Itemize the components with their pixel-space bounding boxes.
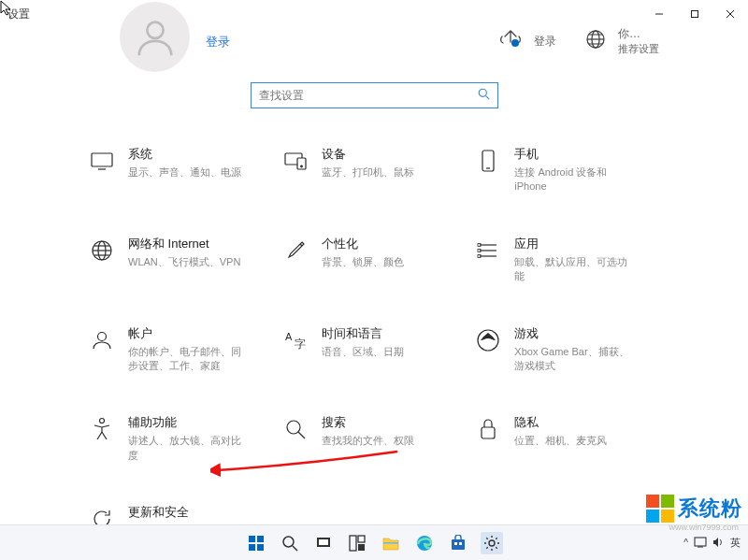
svg-line-45 <box>293 546 297 551</box>
svg-rect-13 <box>92 153 112 166</box>
svg-rect-1 <box>692 11 698 18</box>
svg-rect-41 <box>257 536 264 542</box>
search-input[interactable] <box>259 89 478 102</box>
svg-point-32 <box>98 332 107 340</box>
tile-system[interactable]: 系统显示、声音、通知、电源 <box>89 146 273 194</box>
accounts-icon <box>89 327 115 353</box>
tile-gaming[interactable]: 游戏Xbox Game Bar、捕获、游戏模式 <box>475 325 659 374</box>
tile-network[interactable]: 网络和 InternetWLAN、飞行模式、VPN <box>89 236 273 284</box>
onedrive-widget[interactable]: 登录 <box>498 29 556 53</box>
onedrive-icon <box>498 29 523 53</box>
svg-text:字: 字 <box>295 337 306 351</box>
taskview-icon[interactable] <box>312 532 335 554</box>
phone-icon <box>475 148 501 174</box>
accessibility-icon <box>89 416 115 442</box>
svg-point-36 <box>100 419 105 424</box>
store-icon[interactable] <box>447 532 469 554</box>
tile-search[interactable]: 搜索查找我的文件、权限 <box>282 414 467 463</box>
svg-point-17 <box>300 165 302 167</box>
svg-point-4 <box>147 22 163 37</box>
svg-point-44 <box>283 537 294 547</box>
onedrive-label: 登录 <box>534 34 556 50</box>
gaming-icon <box>475 327 501 353</box>
minimize-button[interactable] <box>641 0 677 28</box>
svg-text:A: A <box>285 331 293 342</box>
tile-phone[interactable]: 手机连接 Android 设备和 iPhone <box>475 146 659 194</box>
start-button[interactable] <box>245 532 267 554</box>
tray-ime-icon[interactable]: 英 <box>730 536 741 550</box>
wu-label2: 推荐设置 <box>618 42 659 56</box>
search-box[interactable] <box>251 82 498 108</box>
svg-rect-54 <box>454 542 457 545</box>
devices-icon <box>282 148 309 174</box>
widgets-icon[interactable] <box>346 532 368 554</box>
avatar[interactable] <box>120 2 190 72</box>
search-icon <box>478 88 490 103</box>
svg-rect-55 <box>459 542 462 545</box>
tray-chevron-icon[interactable]: ^ <box>683 538 688 548</box>
svg-point-11 <box>479 89 486 96</box>
windows-update-widget[interactable]: 你…推荐设置 <box>584 26 659 56</box>
search-tile-icon <box>282 416 309 442</box>
taskbar: ^ 英 <box>0 524 748 560</box>
tile-ease[interactable]: 辅助功能讲述人、放大镜、高对比度 <box>89 414 273 463</box>
watermark-url: www.win7999.com <box>669 523 739 532</box>
tile-apps[interactable]: 应用卸载、默认应用、可选功能 <box>475 236 659 284</box>
watermark-logo-icon <box>646 495 674 523</box>
svg-rect-42 <box>249 544 255 551</box>
close-button[interactable] <box>712 0 748 28</box>
cursor-glyph <box>0 0 13 17</box>
svg-rect-48 <box>350 536 356 551</box>
tile-accounts[interactable]: 帐户你的帐户、电子邮件、同步设置、工作、家庭 <box>89 325 273 374</box>
svg-rect-53 <box>452 539 465 550</box>
explorer-icon[interactable] <box>380 532 402 554</box>
tile-time[interactable]: A字 时间和语言语音、区域、日期 <box>282 325 467 374</box>
svg-point-56 <box>489 540 495 546</box>
svg-point-5 <box>511 39 519 47</box>
tile-privacy[interactable]: 隐私位置、相机、麦克风 <box>475 414 659 463</box>
svg-rect-47 <box>319 539 328 545</box>
svg-line-25 <box>300 244 302 246</box>
wu-label1: 你… <box>618 26 659 42</box>
svg-rect-57 <box>695 538 706 546</box>
svg-rect-51 <box>383 542 398 544</box>
watermark: 系统粉 <box>646 495 742 523</box>
svg-rect-43 <box>257 544 264 551</box>
maximize-button[interactable] <box>677 0 712 28</box>
settings-grid: 系统显示、声音、通知、电源 设备蓝牙、打印机、鼠标 手机连接 Android 设… <box>0 108 748 553</box>
privacy-icon <box>475 416 501 442</box>
svg-line-38 <box>298 432 305 438</box>
login-link[interactable]: 登录 <box>206 28 230 50</box>
taskbar-search-icon[interactable] <box>279 532 301 554</box>
titlebar: 设置 <box>0 0 748 28</box>
system-icon <box>89 148 115 174</box>
apps-icon <box>475 237 501 264</box>
svg-point-37 <box>287 421 300 434</box>
tile-personalization[interactable]: 个性化背景、锁屏、颜色 <box>282 236 467 284</box>
svg-line-12 <box>485 96 489 100</box>
svg-rect-50 <box>358 544 365 551</box>
svg-rect-39 <box>482 427 495 438</box>
svg-rect-40 <box>249 536 255 542</box>
tray-cast-icon[interactable] <box>694 537 707 550</box>
header: 登录 登录 你…推荐设置 <box>0 28 748 54</box>
globe-icon <box>584 28 607 54</box>
tile-devices[interactable]: 设备蓝牙、打印机、鼠标 <box>282 146 467 194</box>
tray-volume-icon[interactable] <box>712 537 725 550</box>
network-icon <box>89 237 115 264</box>
personalization-icon <box>282 237 309 264</box>
time-language-icon: A字 <box>282 327 309 353</box>
svg-rect-49 <box>358 536 365 542</box>
edge-icon[interactable] <box>413 532 436 554</box>
settings-taskbar-icon[interactable] <box>481 532 503 554</box>
